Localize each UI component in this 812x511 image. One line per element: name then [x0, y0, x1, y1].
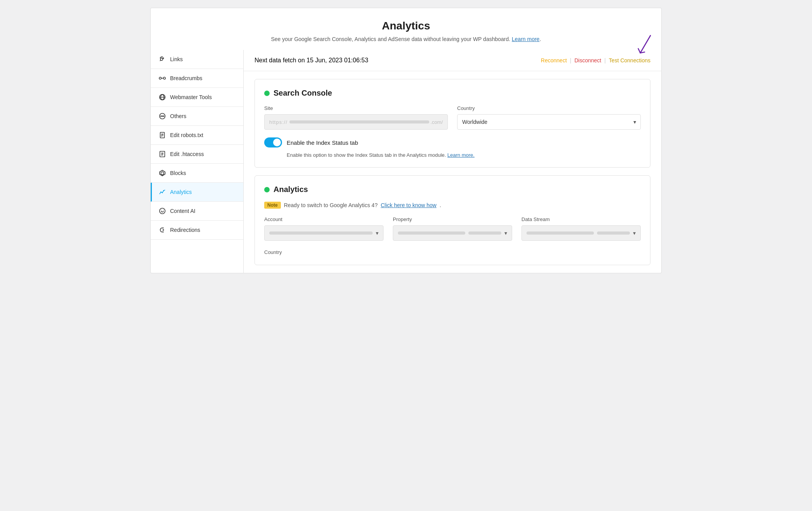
property-blur-bar-short [468, 231, 501, 235]
disconnect-link[interactable]: Disconnect [575, 57, 601, 63]
note-banner: Note Ready to switch to Google Analytics… [264, 202, 641, 209]
sidebar-item-edit-robots[interactable]: Edit robots.txt [151, 126, 243, 145]
country-select-wrapper[interactable]: Worldwide [457, 114, 641, 130]
webmaster-tools-icon [158, 93, 166, 101]
analytics-status-dot [264, 187, 270, 192]
index-status-toggle[interactable] [264, 137, 282, 147]
htaccess-icon [158, 150, 166, 158]
property-field: Property ▾ [393, 216, 512, 241]
svg-point-9 [161, 116, 162, 117]
search-console-heading: Search Console [274, 89, 332, 98]
content-ai-icon [158, 207, 166, 215]
svg-point-21 [160, 192, 162, 193]
analytics-heading: Analytics [274, 185, 308, 194]
page-subtitle: See your Google Search Console, Analytic… [158, 36, 654, 42]
sidebar-item-others-label: Others [170, 113, 186, 119]
analytics-icon [158, 188, 166, 196]
property-blur-bar [398, 231, 465, 235]
data-stream-blur-bar [526, 231, 594, 235]
divider-1: | [570, 57, 571, 63]
sidebar-item-edit-htaccess-label: Edit .htaccess [170, 151, 204, 157]
analytics-country-label-row: Country [264, 249, 641, 256]
others-icon [158, 112, 166, 120]
analytics-country-label: Country [264, 249, 282, 255]
account-chevron-icon: ▾ [376, 230, 378, 236]
sidebar-item-links[interactable]: Links [151, 50, 243, 69]
header-actions: Reconnect | Disconnect | Test Connection… [541, 57, 650, 63]
redirections-icon [158, 226, 166, 234]
sidebar-item-links-label: Links [170, 56, 183, 62]
sidebar-item-breadcrumbs[interactable]: Breadcrumbs [151, 69, 243, 88]
index-status-toggle-section: Enable the Index Status tab Enable this … [264, 137, 641, 158]
data-stream-label: Data Stream [521, 216, 641, 222]
sidebar-item-redirections[interactable]: Redirections [151, 221, 243, 240]
property-select-blurred[interactable]: ▾ [393, 225, 512, 241]
sidebar-item-content-ai-label: Content AI [170, 208, 195, 214]
sidebar-item-webmaster-tools-label: Webmaster Tools [170, 94, 212, 100]
account-select-blurred[interactable]: ▾ [264, 225, 384, 241]
svg-point-10 [163, 116, 164, 117]
toggle-description: Enable this option to show the Index Sta… [287, 152, 475, 158]
links-icon [158, 55, 166, 63]
country-label: Country [457, 105, 641, 111]
sidebar-item-redirections-label: Redirections [170, 227, 200, 233]
data-stream-chevron-icon: ▾ [633, 230, 636, 236]
sidebar: Links Breadcrumbs [151, 50, 244, 273]
sidebar-item-webmaster-tools[interactable]: Webmaster Tools [151, 88, 243, 107]
reconnect-link[interactable]: Reconnect [541, 57, 567, 63]
sidebar-item-analytics[interactable]: Analytics [151, 183, 243, 202]
next-fetch-text: Next data fetch on 15 Jun, 2023 01:06:53 [255, 57, 368, 64]
page-container: Analytics See your Google Search Console… [150, 8, 662, 273]
learn-more-link[interactable]: Learn more [512, 36, 540, 42]
svg-marker-20 [161, 171, 163, 175]
page-title: Analytics [158, 20, 654, 32]
main-layout: Links Breadcrumbs [150, 50, 662, 273]
svg-point-22 [162, 192, 163, 193]
toggle-label-text: Enable the Index Status tab [287, 139, 358, 146]
note-link[interactable]: Click here to know how [381, 202, 437, 208]
main-content: Next data fetch on 15 Jun, 2023 01:06:53… [244, 50, 661, 273]
analytics-title-row: Analytics [264, 185, 641, 194]
search-console-status-dot [264, 91, 270, 96]
svg-point-8 [162, 116, 163, 117]
site-field: Site https:// .com/ [264, 105, 448, 130]
test-connections-link[interactable]: Test Connections [609, 57, 650, 63]
toggle-label-row: Enable the Index Status tab [264, 137, 358, 147]
account-field: Account ▾ [264, 216, 384, 241]
svg-point-2 [159, 77, 161, 79]
breadcrumbs-icon [158, 74, 166, 82]
toggle-learn-more-link[interactable]: Learn more. [447, 152, 475, 158]
sidebar-item-edit-robots-label: Edit robots.txt [170, 132, 203, 138]
svg-point-24 [160, 208, 165, 214]
note-text: Ready to switch to Google Analytics 4? [284, 202, 378, 208]
blocks-icon [158, 169, 166, 177]
arrow-annotation [635, 34, 654, 57]
account-blur-bar [269, 231, 373, 235]
search-console-title-row: Search Console [264, 89, 641, 98]
data-stream-blur-bar-short [597, 231, 630, 235]
sidebar-item-content-ai[interactable]: Content AI [151, 202, 243, 221]
page-header: Analytics See your Google Search Console… [150, 8, 662, 50]
property-label: Property [393, 216, 512, 222]
data-stream-select-blurred[interactable]: ▾ [521, 225, 641, 241]
sidebar-item-others[interactable]: Others [151, 107, 243, 126]
search-console-section: Search Console Site https:// .com/ [255, 79, 650, 168]
country-select[interactable]: Worldwide [457, 114, 641, 130]
content-header: Next data fetch on 15 Jun, 2023 01:06:53… [244, 50, 661, 71]
sidebar-item-analytics-label: Analytics [170, 189, 192, 195]
site-input-blurred[interactable]: https:// .com/ [264, 114, 448, 130]
svg-point-3 [163, 77, 165, 79]
sidebar-item-blocks[interactable]: Blocks [151, 164, 243, 183]
data-stream-field: Data Stream ▾ [521, 216, 641, 241]
search-console-form-row: Site https:// .com/ Country Worldwide [264, 105, 641, 130]
robots-icon [158, 131, 166, 139]
country-field: Country Worldwide [457, 105, 641, 130]
svg-point-23 [163, 190, 164, 191]
site-label: Site [264, 105, 448, 111]
site-blur-bar [289, 120, 429, 123]
sidebar-item-edit-htaccess[interactable]: Edit .htaccess [151, 145, 243, 164]
sidebar-item-breadcrumbs-label: Breadcrumbs [170, 75, 202, 81]
property-chevron-icon: ▾ [504, 230, 507, 236]
analytics-section: Analytics Note Ready to switch to Google… [255, 175, 650, 265]
sidebar-item-blocks-label: Blocks [170, 170, 186, 176]
